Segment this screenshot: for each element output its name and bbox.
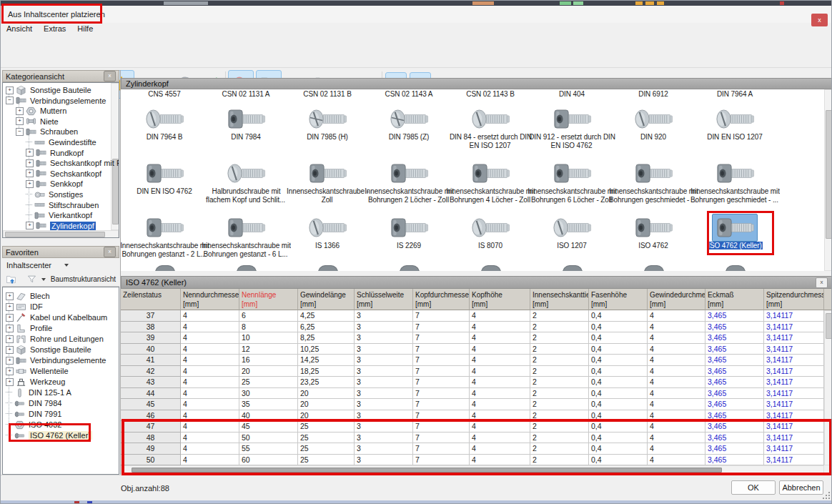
column-header-nennl-nge[interactable]: Nennlänge[mm]	[239, 289, 298, 310]
table-row[interactable]: 4141614,2537420,443,4653,14117	[121, 355, 824, 366]
table-cell[interactable]: 3,14117	[764, 332, 824, 344]
table-cell[interactable]: 7	[413, 410, 470, 422]
column-header-nenndurchmesser[interactable]: Nenndurchmesser[mm]	[181, 289, 239, 310]
table-row[interactable]: 504602537420,443,4653,14117	[121, 455, 824, 466]
table-cell[interactable]: 2	[530, 443, 589, 455]
table-cell[interactable]: 4	[648, 310, 705, 322]
ok-button[interactable]: OK	[731, 480, 776, 495]
thumbnail-item-iso-4762[interactable]	[613, 214, 694, 241]
thumbnail-image[interactable]	[287, 214, 368, 241]
table-cell[interactable]: 20	[298, 388, 355, 400]
table-cell[interactable]: 3	[355, 355, 413, 366]
table-cell[interactable]: 7	[413, 388, 470, 400]
table-vertical-scrollbar[interactable]	[824, 310, 832, 465]
thumbnail-label-cell[interactable]: DIN 912 - ersetzt durch DIN EN ISO 4762	[531, 133, 613, 150]
table-cell[interactable]: 4	[181, 388, 239, 400]
table-cell[interactable]: 0,4	[589, 322, 648, 333]
table-cell[interactable]: 45	[239, 421, 298, 433]
table-cell[interactable]: 0,4	[589, 366, 648, 377]
table-cell[interactable]: 10	[239, 332, 298, 344]
thumbnail-item-innensechskantschraube-mit-b[interactable]	[368, 159, 450, 187]
table-cell[interactable]: 8,25	[298, 332, 355, 344]
table-cell[interactable]: 4	[648, 433, 705, 444]
table-cell[interactable]: 4	[648, 377, 705, 388]
table-cell[interactable]: 4	[648, 388, 705, 400]
table-cell[interactable]: 4	[181, 322, 239, 333]
expand-plus-icon[interactable]: +	[6, 357, 14, 365]
thumbnail-image[interactable]	[287, 159, 368, 187]
tree-item-din-125-1-a[interactable]: DIN 125-1 A	[6, 387, 71, 397]
table-cell[interactable]: 3	[355, 410, 413, 422]
collapse-minus-icon[interactable]: −	[16, 128, 24, 136]
table-cell[interactable]: 4,25	[298, 310, 355, 322]
table-cell[interactable]: 4	[648, 355, 705, 366]
thumbnail-image[interactable]	[124, 159, 205, 187]
expand-plus-icon[interactable]: +	[6, 87, 14, 94]
table-row[interactable]: 37464,2537420,443,4653,14117	[121, 310, 824, 322]
thumbnail-label-cell[interactable]: DIN 7964 B	[124, 133, 205, 142]
table-cell[interactable]: 2	[530, 410, 589, 422]
table-cell[interactable]: 7	[413, 399, 470, 410]
folder-up-icon[interactable]	[6, 274, 19, 285]
thumbnail-image[interactable]	[368, 159, 450, 187]
table-cell[interactable]: 3,14117	[764, 355, 824, 366]
thumbnail-label-cell[interactable]: IS 1366	[287, 242, 368, 250]
scrollbar-thumb[interactable]	[132, 468, 722, 473]
table-cell[interactable]: 4	[181, 310, 239, 322]
table-cell[interactable]: 3	[355, 421, 413, 433]
table-cell[interactable]: 7	[413, 344, 470, 355]
thumbnail-item-din-7964-b[interactable]	[124, 105, 205, 132]
table-cell[interactable]: 3	[355, 344, 413, 355]
thumbnail-item-innensechskantschraube-mit-b[interactable]	[613, 159, 694, 187]
table-cell[interactable]: 3,465	[705, 332, 764, 344]
thumbnail-item-is-1366[interactable]	[287, 214, 368, 241]
table-cell[interactable]: 4	[648, 344, 705, 355]
table-cell[interactable]: 2	[530, 421, 589, 433]
thumbnail-label-cell[interactable]: CSN 02 1131 A	[205, 90, 287, 99]
table-cell[interactable]: 3,14117	[764, 455, 824, 466]
table-cell[interactable]: 0,4	[589, 421, 648, 433]
thumbnail-image[interactable]	[531, 159, 613, 187]
tree-item-rohre-und-leitungen[interactable]: +Rohre und Leitungen	[6, 334, 104, 344]
table-cell[interactable]: 3,14117	[764, 421, 824, 433]
table-cell[interactable]: 7	[413, 366, 470, 377]
tree-item-sechskantkopf-mit-fla[interactable]: +Sechskantkopf mit Fla	[26, 158, 119, 168]
table-cell[interactable]: 4	[470, 421, 530, 433]
table-cell[interactable]: 2	[530, 455, 589, 466]
thumbnail-image[interactable]	[450, 105, 531, 132]
thumbnail-item-din-en-iso-1207[interactable]	[694, 105, 776, 132]
table-cell[interactable]: 25	[239, 377, 298, 388]
table-cell[interactable]: 3,465	[705, 410, 764, 422]
expand-plus-icon[interactable]: +	[16, 107, 24, 115]
table-row[interactable]: 474452537420,443,4653,14117	[121, 421, 824, 433]
thumbnail-image[interactable]	[450, 214, 531, 241]
thumbnail-label-cell[interactable]: DIN EN ISO 4762	[124, 187, 205, 196]
table-cell[interactable]: 7	[413, 455, 470, 466]
expand-plus-icon[interactable]: +	[26, 180, 34, 188]
table-cell[interactable]: 3,465	[705, 310, 764, 322]
table-cell[interactable]: 4	[470, 322, 530, 333]
thumbnail-label-cell[interactable]: Innensechskantschraube mit Bohrungen ges…	[124, 242, 205, 259]
table-row[interactable]: 4041210,2537420,443,4653,14117	[121, 344, 824, 355]
thumbnail-item-innensechskantschraube-zoll[interactable]	[287, 159, 368, 187]
table-cell[interactable]: 2	[530, 332, 589, 344]
table-cell[interactable]: 2	[530, 388, 589, 400]
table-cell[interactable]: 3,14117	[764, 310, 824, 322]
chevron-down-icon[interactable]	[64, 264, 69, 267]
table-cell[interactable]: 4	[470, 410, 530, 422]
expand-plus-icon[interactable]: +	[26, 159, 34, 167]
table-cell[interactable]: 4	[181, 366, 239, 377]
table-cell[interactable]: 4	[470, 310, 530, 322]
table-row[interactable]: 484502537420,443,4653,14117	[121, 433, 824, 444]
table-row[interactable]: 394108,2537420,443,4653,14117	[121, 332, 824, 344]
table-cell[interactable]: 4	[470, 366, 530, 377]
table-cell[interactable]: 4	[181, 410, 239, 422]
table-cell[interactable]: 4	[648, 322, 705, 333]
thumbnail-label-cell[interactable]: IS 2269	[368, 242, 450, 250]
favorites-source-dropdown[interactable]: Inhaltscenter	[6, 261, 51, 270]
table-cell[interactable]: 3,14117	[764, 366, 824, 377]
menu-hilfe[interactable]: Hilfe	[77, 24, 93, 33]
table-cell[interactable]: 25	[298, 455, 355, 466]
thumbnail-image[interactable]	[613, 214, 694, 241]
table-cell[interactable]: 3,14117	[764, 433, 824, 444]
